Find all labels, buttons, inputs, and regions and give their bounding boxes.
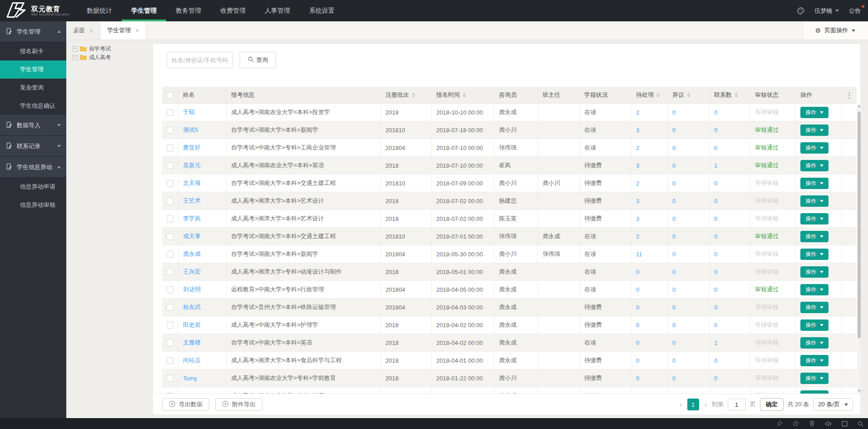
contacts-count-link[interactable]: 0 <box>714 180 717 187</box>
student-name-link[interactable]: 成天享 <box>183 232 201 240</box>
student-name-link[interactable]: 李学风 <box>183 214 201 223</box>
prev-page-icon[interactable]: ‹ <box>679 400 683 409</box>
row-action-button[interactable]: 操作 <box>800 390 829 394</box>
close-icon[interactable]: × <box>135 27 139 34</box>
row-action-button[interactable]: 操作 <box>800 107 829 118</box>
notice-link[interactable]: 公告 <box>849 7 861 15</box>
column-header-pending[interactable]: 待处理 <box>631 87 668 103</box>
student-name-link[interactable]: 文天项 <box>183 179 201 187</box>
pending-count-link[interactable]: 0 <box>636 357 639 364</box>
row-action-button[interactable]: 操作 <box>800 125 829 136</box>
row-action-button[interactable]: 操作 <box>800 231 829 242</box>
student-name-link[interactable]: 王艺术 <box>183 197 201 205</box>
page-actions-button[interactable]: ⚙ 页面操作 <box>803 21 868 40</box>
scroll-up-icon[interactable] <box>857 105 861 107</box>
sidebar-item-10[interactable]: 信息异动审核 <box>0 196 66 214</box>
row-action-button[interactable]: 操作 <box>800 195 829 207</box>
student-name-link[interactable]: 吴新元 <box>183 161 201 170</box>
sidebar-item-4[interactable]: 复杂查询 <box>0 79 66 97</box>
contacts-count-link[interactable]: 0 <box>714 127 717 134</box>
objection-count-link[interactable]: 0 <box>672 286 676 293</box>
objection-count-link[interactable]: 0 <box>672 304 676 311</box>
contacts-count-link[interactable]: 0 <box>714 375 717 382</box>
nav-item-4[interactable]: 收费管理 <box>211 0 255 21</box>
pin-icon[interactable] <box>776 420 783 427</box>
student-name-link[interactable]: Tomy <box>183 375 197 382</box>
sidebar-item-5[interactable]: 学生信息确认 <box>0 97 66 115</box>
student-name-link[interactable]: 田史岩 <box>183 321 201 329</box>
student-name-link[interactable]: 向站点 <box>183 356 201 364</box>
row-action-button[interactable]: 操作 <box>800 319 829 331</box>
row-checkbox[interactable] <box>167 145 173 151</box>
row-checkbox[interactable] <box>167 162 173 169</box>
sidebar-group-7[interactable]: 联系记录 <box>0 136 66 157</box>
contacts-count-link[interactable]: 0 <box>714 109 717 116</box>
nav-item-6[interactable]: 系统设置 <box>300 0 344 21</box>
pending-count-link[interactable]: 3 <box>636 162 639 169</box>
objection-count-link[interactable]: 0 <box>672 357 676 364</box>
pending-count-link[interactable]: 0 <box>636 286 639 293</box>
row-action-button[interactable]: 操作 <box>800 160 829 171</box>
pending-count-link[interactable]: 3 <box>636 198 639 205</box>
page-number-current[interactable]: 1 <box>687 399 699 410</box>
nav-item-3[interactable]: 教务管理 <box>166 0 211 21</box>
row-checkbox[interactable] <box>167 339 173 346</box>
sort-icon[interactable] <box>412 93 415 97</box>
contacts-count-link[interactable]: 0 <box>714 357 717 364</box>
objection-count-link[interactable]: 0 <box>672 233 676 240</box>
row-checkbox[interactable] <box>167 198 173 205</box>
row-action-button[interactable]: 操作 <box>800 284 829 295</box>
pending-count-link[interactable]: 0 <box>636 269 639 275</box>
pending-count-link[interactable]: 2 <box>636 145 639 151</box>
row-checkbox[interactable] <box>167 215 173 222</box>
nav-item-1[interactable]: 数据统计 <box>77 0 122 21</box>
pending-count-link[interactable]: 0 <box>636 375 639 382</box>
goto-page-input[interactable] <box>728 399 746 410</box>
history-icon[interactable] <box>793 420 799 427</box>
objection-count-link[interactable]: 0 <box>672 162 676 169</box>
objection-count-link[interactable]: 0 <box>672 127 676 134</box>
contacts-count-link[interactable]: 0 <box>714 198 717 205</box>
pending-count-link[interactable]: 0 <box>636 322 639 329</box>
contacts-count-link[interactable]: 0 <box>714 269 717 275</box>
export-button-1[interactable]: 导出数据 <box>162 398 209 411</box>
row-action-button[interactable]: 操作 <box>800 355 829 366</box>
confirm-button[interactable]: 确定 <box>760 398 784 411</box>
column-settings-icon[interactable]: ⋮ <box>846 92 853 99</box>
row-checkbox[interactable] <box>167 251 173 258</box>
column-header-objection[interactable]: 异议 <box>668 87 710 103</box>
speaker-icon[interactable] <box>825 421 832 427</box>
sort-icon[interactable] <box>687 93 690 97</box>
sidebar-group-6[interactable]: 数据导入 <box>0 115 66 136</box>
contacts-count-link[interactable]: 0 <box>714 251 717 258</box>
user-menu[interactable]: 伍梦楠 <box>814 7 839 15</box>
objection-count-link[interactable]: 0 <box>672 339 676 346</box>
select-all-checkbox[interactable] <box>167 92 173 99</box>
row-action-button[interactable]: 操作 <box>800 213 829 224</box>
contacts-count-link[interactable]: 1 <box>714 162 717 169</box>
row-action-button[interactable]: 操作 <box>800 266 829 278</box>
pending-count-link[interactable]: 11 <box>636 251 642 258</box>
student-name-link[interactable]: 文雅楼 <box>183 339 201 347</box>
row-checkbox[interactable] <box>167 322 173 329</box>
tree-node-1[interactable]: +自学考试 <box>73 45 111 53</box>
nav-item-5[interactable]: 人事管理 <box>255 0 300 21</box>
scroll-down-icon[interactable] <box>857 390 861 392</box>
pending-count-link[interactable]: 0 <box>636 304 639 311</box>
row-action-button[interactable]: 操作 <box>800 302 829 313</box>
objection-count-link[interactable]: 0 <box>672 145 676 151</box>
pending-count-link[interactable]: 2 <box>636 233 639 240</box>
pending-count-link[interactable]: 3 <box>636 127 639 134</box>
expand-plus-icon[interactable]: + <box>73 55 78 60</box>
row-action-button[interactable]: 操作 <box>800 337 829 349</box>
row-checkbox[interactable] <box>167 127 173 134</box>
sort-icon[interactable] <box>656 93 660 97</box>
export-button-2[interactable]: 附件导出 <box>215 398 262 411</box>
contacts-count-link[interactable]: 0 <box>714 215 717 222</box>
row-checkbox[interactable] <box>167 286 173 293</box>
objection-count-link[interactable]: 0 <box>672 322 676 329</box>
student-name-link[interactable]: 刘达明 <box>183 285 201 294</box>
close-icon[interactable]: × <box>89 27 93 34</box>
student-name-link[interactable]: 王兴宏 <box>183 268 201 276</box>
objection-count-link[interactable]: 0 <box>672 251 676 258</box>
